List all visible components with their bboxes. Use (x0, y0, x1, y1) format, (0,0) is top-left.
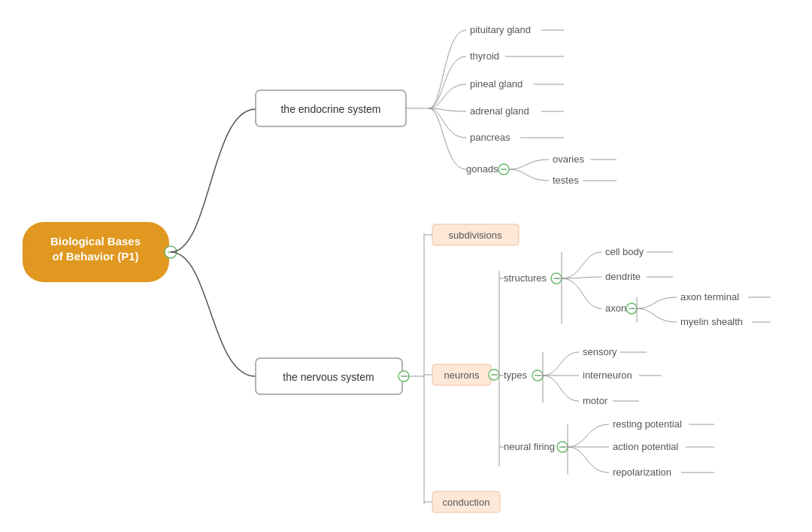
pancreas-label: pancreas (470, 132, 511, 143)
gonads-label: gonads (466, 163, 498, 175)
testes-line (509, 169, 549, 181)
pineal-label: pineal gland (470, 78, 523, 90)
repolarization-label: repolarization (613, 467, 671, 478)
main-branch-line (171, 109, 256, 252)
thyroid-label: thyroid (470, 50, 499, 62)
pituitary-line (429, 30, 466, 108)
resting-potential-label: resting potential (613, 418, 682, 430)
sensory-line (543, 352, 579, 375)
repolarization-line (568, 447, 609, 473)
nervous-label: the nervous system (283, 371, 374, 383)
testes-label: testes (553, 175, 579, 186)
ovaries-label: ovaries (553, 154, 584, 165)
axon-label: axon (605, 302, 626, 314)
myelin-line (637, 309, 677, 322)
dendrite-label: dendrite (605, 271, 641, 282)
conduction-label: conduction (443, 497, 490, 508)
structures-label: structures (504, 272, 547, 284)
cell-body-label: cell body (605, 246, 644, 257)
gonads-line (429, 108, 466, 169)
root-label-line1: Biological Bases (50, 235, 141, 248)
myelin-label: myelin shealth (680, 316, 743, 327)
interneuron-label: interneuron (583, 369, 632, 381)
motor-line (543, 375, 579, 401)
sensory-label: sensory (583, 346, 617, 357)
pancreas-line (429, 108, 466, 138)
subdivisions-label: subdivisions (449, 230, 502, 241)
pineal-line (429, 84, 466, 108)
neural-firing-label: neural firing (504, 441, 555, 452)
types-label: types (504, 369, 528, 381)
endocrine-label: the endocrine system (280, 103, 380, 115)
root-label-line2: of Behavior (P1) (52, 250, 138, 263)
axon-line (562, 278, 601, 309)
neurons-label: neurons (444, 369, 480, 381)
motor-label: motor (583, 395, 608, 406)
ovaries-line (509, 160, 549, 169)
pituitary-label: pituitary gland (470, 24, 531, 35)
cell-body-line (562, 252, 601, 278)
resting-potential-line (568, 424, 609, 447)
axon-terminal-line (637, 297, 677, 309)
adrenal-label: adrenal gland (470, 105, 529, 117)
thyroid-line (429, 56, 466, 108)
main-branch-line2 (171, 252, 256, 376)
axon-terminal-label: axon terminal (680, 291, 739, 302)
action-potential-label: action potential (613, 441, 679, 452)
